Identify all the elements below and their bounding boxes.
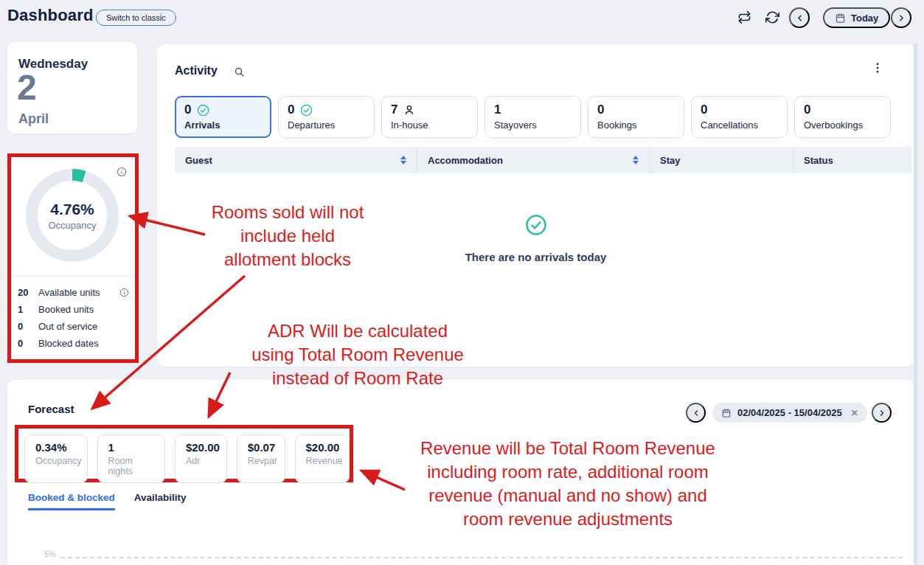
today-button-label: Today <box>851 13 878 24</box>
activity-card-cancellations[interactable]: 0 Cancellations <box>691 96 788 138</box>
annotation-note-revenue: Revenue will be Total Room Revenue inclu… <box>372 437 763 531</box>
stat-label: Blocked dates <box>38 338 99 349</box>
chart-gridline-label: 5% <box>44 550 56 558</box>
check-circle-icon <box>197 104 209 117</box>
occupancy-label: Occupancy <box>48 220 96 231</box>
calendar-icon <box>835 13 846 24</box>
chevron-left-icon <box>795 13 805 23</box>
next-day-button[interactable] <box>891 7 911 28</box>
chevron-right-icon <box>897 13 906 23</box>
forecast-stat-revenue: $20.00 Revenue <box>295 434 350 483</box>
switch-to-classic-button[interactable]: Switch to classic <box>96 10 176 26</box>
occupancy-percent: 4.76% <box>50 201 94 218</box>
activity-card-departures[interactable]: 0 Departures <box>278 96 375 138</box>
occupancy-stats-list: 20 Available units 1 Booked units 0 Out … <box>18 284 129 352</box>
activity-card-bookings[interactable]: 0 Bookings <box>588 96 684 138</box>
annotation-note-adr: ADR Will be calculated using Total Room … <box>218 319 498 390</box>
chart-gridline <box>60 557 903 558</box>
forecast-date-range[interactable]: 02/04/2025 - 15/04/2025 ✕ <box>712 403 867 423</box>
forecast-stat-occupancy: 0.34% Occupancy <box>24 434 88 483</box>
stat-label: Booked units <box>38 304 94 315</box>
calendar-icon <box>721 408 732 418</box>
refresh-icon[interactable] <box>765 10 780 25</box>
forecast-tabs: Booked & blocked Availability <box>28 492 187 510</box>
column-header-status: Status <box>793 147 911 173</box>
activity-card-stayovers[interactable]: 1 Stayovers <box>484 96 581 138</box>
check-circle-icon <box>300 104 313 117</box>
date-month: April <box>18 111 49 127</box>
activity-card-overbookings[interactable]: 0 Overbookings <box>794 96 891 138</box>
clear-date-range-icon[interactable]: ✕ <box>851 408 858 418</box>
occupancy-annotation-box: 4.76% Occupancy 20 Available units 1 Boo… <box>7 153 139 363</box>
page-title: Dashboard <box>7 6 94 25</box>
sort-icon[interactable] <box>633 156 639 164</box>
forecast-annotation-box: 0.34% Occupancy 1 Room nights $20.00 Adr… <box>15 425 353 482</box>
column-header-accommodation[interactable]: Accommodation <box>417 147 649 173</box>
repeat-icon[interactable] <box>737 10 752 25</box>
forecast-stat-room-nights: 1 Room nights <box>97 434 165 483</box>
person-icon <box>403 104 415 116</box>
activity-card-arrivals[interactable]: 0 Arrivals <box>175 96 271 138</box>
forecast-date-range-label: 02/04/2025 - 15/04/2025 <box>737 407 842 418</box>
sort-icon[interactable] <box>400 156 406 164</box>
stat-row-booked-units: 1 Booked units <box>18 301 129 318</box>
tab-availability[interactable]: Availability <box>134 492 187 510</box>
occupancy-card: 4.76% Occupancy 20 Available units 1 Boo… <box>11 157 135 359</box>
column-header-guest[interactable]: Guest <box>175 147 417 173</box>
stat-row-out-of-service: 0 Out of service <box>18 318 129 335</box>
kebab-menu-icon[interactable]: ⋮ <box>872 62 883 74</box>
search-icon[interactable] <box>234 66 245 77</box>
chevron-right-icon <box>878 409 886 417</box>
today-button[interactable]: Today <box>823 7 890 28</box>
forecast-stat-revpar: $0.07 Revpar <box>237 434 285 483</box>
forecast-prev-button[interactable] <box>686 403 706 423</box>
forecast-title: Forecast <box>28 403 74 415</box>
date-card: Wednesday 2 April <box>7 42 137 134</box>
check-circle-icon <box>525 214 547 236</box>
forecast-stat-adr: $20.00 Adr <box>175 434 227 483</box>
info-icon[interactable] <box>119 288 129 297</box>
stat-label: Available units <box>38 287 100 298</box>
activity-cards: 0 Arrivals 0 Departures 7 In-house 1 Sta… <box>175 96 891 138</box>
chevron-left-icon <box>692 409 701 417</box>
annotation-note-rooms-sold: Rooms sold will not include held allotme… <box>166 201 409 271</box>
tab-booked-and-blocked[interactable]: Booked & blocked <box>28 492 115 510</box>
date-day: 2 <box>17 67 37 108</box>
stat-row-available-units: 20 Available units <box>18 284 129 301</box>
prev-day-button[interactable] <box>789 7 810 28</box>
activity-table-header: Guest Accommodation Stay Status <box>175 147 911 173</box>
divider <box>11 276 135 277</box>
forecast-stats: 0.34% Occupancy 1 Room nights $20.00 Adr… <box>24 434 350 483</box>
scrollbar[interactable] <box>914 43 917 565</box>
activity-title: Activity <box>175 64 218 77</box>
stat-row-blocked-dates: 0 Blocked dates <box>18 335 129 352</box>
activity-card-in-house[interactable]: 7 In-house <box>381 96 478 138</box>
forecast-next-button[interactable] <box>872 403 892 423</box>
column-header-stay: Stay <box>649 147 793 173</box>
stat-label: Out of service <box>38 321 97 332</box>
